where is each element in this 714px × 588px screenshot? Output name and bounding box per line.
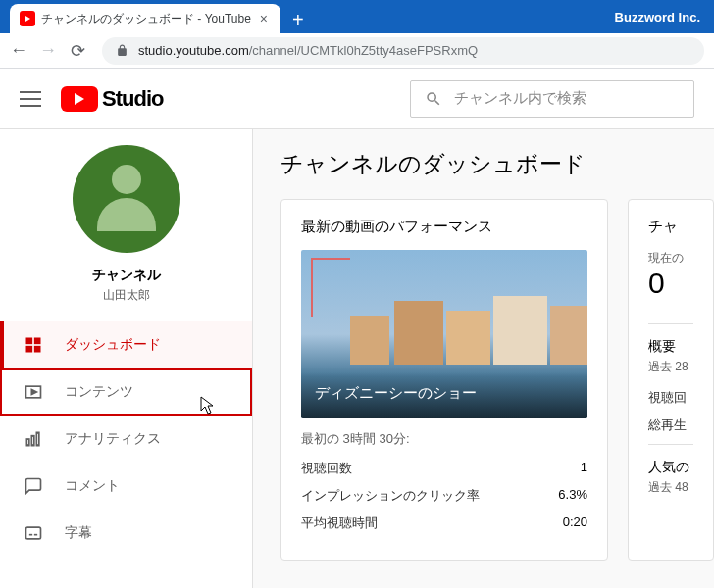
address-bar[interactable]: studio.youtube.com/channel/UCMTkl0hZ5tty… bbox=[102, 37, 704, 65]
stat-row: 平均視聴時間 0:20 bbox=[301, 514, 587, 532]
dashboard-icon bbox=[24, 335, 43, 355]
svg-rect-8 bbox=[36, 432, 39, 445]
stats-heading: チャ bbox=[648, 218, 693, 236]
browser-tab[interactable]: チャンネルのダッシュボード - YouTube × bbox=[10, 4, 280, 33]
search-placeholder: チャンネル内で検索 bbox=[454, 89, 586, 108]
analytics-icon bbox=[24, 429, 43, 449]
url-text: studio.youtube.com/channel/UCMTkl0hZ5tty… bbox=[138, 43, 478, 58]
svg-rect-1 bbox=[34, 338, 41, 345]
subtitles-icon bbox=[24, 523, 43, 543]
youtube-studio-logo[interactable]: Studio bbox=[61, 86, 163, 112]
stat-label: インプレッションのクリック率 bbox=[301, 487, 480, 505]
popular-label: 人気の bbox=[648, 459, 693, 476]
stats-card: チャ 現在の 0 概要 過去 28 視聴回 総再生 人気の 過去 48 bbox=[628, 199, 714, 561]
stat-label: 平均視聴時間 bbox=[301, 514, 378, 532]
video-thumbnail[interactable]: ディズニーシーのショー bbox=[301, 250, 587, 418]
tab-title: チャンネルのダッシュボード - YouTube bbox=[41, 11, 251, 27]
svg-rect-9 bbox=[26, 527, 41, 539]
svg-rect-6 bbox=[26, 439, 29, 446]
stat-value: 1 bbox=[581, 460, 587, 477]
channel-avatar[interactable] bbox=[73, 145, 180, 253]
window-brand: Buzzword Inc. bbox=[615, 10, 714, 24]
sidebar-item-label: コンテンツ bbox=[65, 383, 133, 401]
svg-rect-3 bbox=[34, 346, 41, 353]
sidebar-item-dashboard[interactable]: ダッシュボード bbox=[0, 321, 252, 368]
sidebar-item-analytics[interactable]: アナリティクス bbox=[0, 416, 252, 463]
sidebar-item-label: 字幕 bbox=[65, 524, 92, 542]
content-icon bbox=[24, 382, 43, 402]
channel-heading: チャンネル bbox=[0, 267, 252, 284]
performance-card: 最新の動画のパフォーマンス ディズニーシーのショー 最初の 3時間 30分: 視… bbox=[280, 199, 608, 561]
summary-sub: 過去 28 bbox=[648, 359, 693, 375]
sidebar-item-content[interactable]: コンテンツ bbox=[0, 368, 252, 416]
lock-icon bbox=[116, 44, 128, 57]
sidebar-item-label: コメント bbox=[65, 477, 120, 495]
new-tab-button[interactable]: + bbox=[284, 6, 312, 33]
sidebar-item-label: アナリティクス bbox=[65, 430, 161, 448]
summary-label: 概要 bbox=[648, 338, 693, 356]
reload-icon[interactable]: ⟳ bbox=[69, 42, 86, 60]
subscriber-count: 0 bbox=[648, 267, 693, 300]
stat-label: 視聴回数 bbox=[301, 460, 352, 477]
back-icon[interactable]: ← bbox=[10, 42, 27, 60]
hamburger-menu-icon[interactable] bbox=[20, 88, 41, 110]
channel-username: 山田太郎 bbox=[0, 287, 252, 304]
cursor-icon bbox=[200, 396, 216, 419]
video-title: ディズニーシーのショー bbox=[301, 372, 587, 418]
stat-row: 総再生 bbox=[648, 416, 693, 434]
perf-card-heading: 最新の動画のパフォーマンス bbox=[301, 218, 587, 236]
search-icon bbox=[425, 90, 442, 108]
sidebar-item-label: ダッシュボード bbox=[65, 336, 161, 354]
close-tab-icon[interactable]: × bbox=[257, 12, 271, 25]
avatar-icon bbox=[97, 165, 156, 233]
stat-value: 6.3% bbox=[558, 487, 587, 505]
svg-rect-7 bbox=[31, 436, 34, 446]
comments-icon bbox=[24, 476, 43, 496]
stat-row: 視聴回 bbox=[648, 389, 693, 407]
forward-icon[interactable]: → bbox=[39, 42, 57, 60]
time-range-label: 最初の 3時間 30分: bbox=[301, 430, 587, 448]
popular-sub: 過去 48 bbox=[648, 479, 693, 496]
logo-text: Studio bbox=[102, 86, 163, 112]
svg-rect-2 bbox=[26, 346, 33, 353]
stat-row: インプレッションのクリック率 6.3% bbox=[301, 487, 587, 505]
stats-sub: 現在の bbox=[648, 250, 693, 267]
page-title: チャンネルのダッシュボード bbox=[280, 149, 714, 179]
svg-rect-0 bbox=[26, 338, 33, 345]
sidebar-item-comments[interactable]: コメント bbox=[0, 463, 252, 510]
youtube-favicon bbox=[20, 11, 35, 26]
youtube-play-icon bbox=[61, 86, 98, 112]
search-input[interactable]: チャンネル内で検索 bbox=[410, 80, 694, 118]
svg-marker-5 bbox=[31, 390, 36, 395]
stat-row: 視聴回数 1 bbox=[301, 460, 587, 477]
stat-value: 0:20 bbox=[563, 514, 587, 532]
sidebar-item-subtitles[interactable]: 字幕 bbox=[0, 510, 252, 557]
